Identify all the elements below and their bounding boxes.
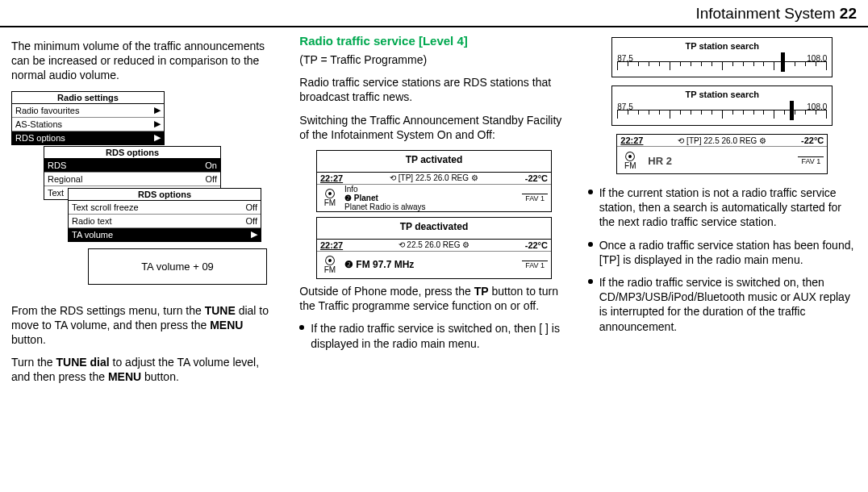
status-time: 22:27 xyxy=(320,240,343,250)
switch-heading: Switching the Traffic Announcement Stand… xyxy=(299,113,568,142)
menu-row-label: TA volume xyxy=(72,230,113,240)
menu-row-selected: RDS On xyxy=(44,159,220,173)
search-title: TP station search xyxy=(617,90,827,99)
menu-row-label: Text xyxy=(48,188,64,198)
menu-row: Regional Off xyxy=(44,173,220,186)
display-title: TP deactivated xyxy=(317,218,551,239)
band-label: FM xyxy=(624,161,636,170)
intro-paragraph: The minimum volume of the traffic announ… xyxy=(11,39,280,83)
band-label: FM xyxy=(324,198,336,207)
page-header: Infotainment System 22 xyxy=(0,0,868,27)
instruction-2: Turn the TUNE dial to adjust the TA volu… xyxy=(11,355,280,384)
status-temp: -22°C xyxy=(801,136,824,145)
menu-row-label: RDS xyxy=(48,161,66,170)
band-label: FM xyxy=(324,265,336,274)
favourite-label: FAV 1 xyxy=(522,261,548,269)
status-temp: -22°C xyxy=(525,240,548,250)
display-statusbar: 22:27 ⟲ [TP] 22.5 26.0 REG ⚙ -22°C xyxy=(617,135,827,146)
frequency-label: ❷ FM 97.7 MHz xyxy=(344,259,414,270)
display-title: TP activated xyxy=(317,151,551,172)
station-name: ❷ Planet xyxy=(344,194,426,202)
info-label: Info xyxy=(344,185,426,194)
menu-row-label: Regional xyxy=(48,174,82,184)
bullet: If the radio traffic service is switched… xyxy=(299,321,568,350)
column-2: Radio traffic service [Level 4] (TP = Tr… xyxy=(299,34,568,393)
menu-title: RDS options xyxy=(44,147,220,159)
outside-paragraph: Outside of Phone mode, press the TP butt… xyxy=(299,284,568,313)
tp-search-box-1: TP station search 87.5 108.0 xyxy=(611,37,833,77)
chevron-right-icon: ▶ xyxy=(154,105,161,115)
ta-volume-box: TA volume + 09 xyxy=(88,248,267,285)
status-icons: ⟲ [TP] 22.5 26.0 REG ⚙ xyxy=(390,173,478,182)
instruction-1: From the RDS settings menu, turn the TUN… xyxy=(11,303,280,348)
station-text: Planet Radio is always xyxy=(344,202,426,211)
column-1: The minimum volume of the traffic announ… xyxy=(11,34,280,393)
status-temp: -22°C xyxy=(525,173,548,183)
menu-row-selected: TA volume ▶ xyxy=(69,228,261,241)
menu-row: Radio favourites ▶ xyxy=(12,104,164,118)
station-name: HR 2 xyxy=(648,155,672,167)
bullet: Once a radio traffic service station has… xyxy=(588,238,857,267)
chevron-right-icon: ▶ xyxy=(154,119,161,129)
display-tp-activated: TP activated 22:27 ⟲ [TP] 22.5 26.0 REG … xyxy=(316,150,552,212)
menu-rds-options-2: RDS options Text scroll freeze Off Radio… xyxy=(68,188,261,242)
menu-row-value: Off xyxy=(246,216,257,226)
menu-row-value: Off xyxy=(206,174,217,184)
status-time: 22:27 xyxy=(620,136,643,145)
display-body: ⦿ FM HR 2 FAV 1 xyxy=(617,146,827,173)
menu-title: RDS options xyxy=(69,189,261,201)
tp-equals: (TP = Traffic Programme) xyxy=(299,52,568,67)
menu-radio-settings: Radio settings Radio favourites ▶ AS-Sta… xyxy=(11,91,165,145)
menu-row: AS-Stations ▶ xyxy=(12,118,164,131)
menu-row-label: Text scroll freeze xyxy=(72,202,139,212)
tp-search-box-2: TP station search 87.5 108.0 xyxy=(611,85,833,126)
bullet: If the current station is not a radio tr… xyxy=(588,186,857,230)
display-statusbar: 22:27 ⟲ [TP] 22.5 26.0 REG ⚙ -22°C xyxy=(317,172,551,184)
display-body: ⦿ FM ❷ FM 97.7 MHz FAV 1 xyxy=(317,251,551,278)
frequency-scale: 87.5 108.0 xyxy=(617,102,827,120)
ta-volume-text: TA volume + 09 xyxy=(141,261,214,273)
header-title: Infotainment System xyxy=(695,5,835,22)
search-title: TP station search xyxy=(617,41,827,51)
menu-row: Text scroll freeze Off xyxy=(69,201,261,215)
antenna-icon: ⦿ FM xyxy=(320,188,340,207)
page-number: 22 xyxy=(840,5,857,22)
menu-row-label: AS-Stations xyxy=(15,119,62,129)
antenna-icon: ⦿ FM xyxy=(320,255,340,274)
menu-row-value: Off xyxy=(246,202,257,212)
chevron-right-icon: ▶ xyxy=(154,132,161,143)
column-3: TP station search 87.5 108.0 TP station … xyxy=(588,34,857,393)
display-tp-deactivated: TP deactivated 22:27 ⟲ 22.5 26.0 REG ⚙ -… xyxy=(316,217,552,279)
chevron-right-icon: ▶ xyxy=(251,229,257,240)
menu-row-value: On xyxy=(205,161,217,170)
antenna-icon: ⦿ FM xyxy=(620,151,640,170)
section-heading: Radio traffic service [Level 4] xyxy=(299,34,568,48)
menu-row-selected: RDS options ▶ xyxy=(12,131,164,144)
menu-row-label: RDS options xyxy=(15,133,65,143)
favourite-label: FAV 1 xyxy=(798,156,824,165)
rds-desc: Radio traffic service stations are RDS s… xyxy=(299,75,568,104)
status-icons: ⟲ 22.5 26.0 REG ⚙ xyxy=(399,240,470,249)
status-time: 22:27 xyxy=(320,173,343,183)
menu-row-label: Radio text xyxy=(72,216,112,226)
status-icons: ⟲ [TP] 22.5 26.0 REG ⚙ xyxy=(678,136,766,145)
menu-screenshot-stack: Radio settings Radio favourites ▶ AS-Sta… xyxy=(11,91,280,297)
frequency-scale: 87.5 108.0 xyxy=(617,54,827,72)
display-body: ⦿ FM Info ❷ Planet Planet Radio is alway… xyxy=(317,184,551,211)
display-hr2: 22:27 ⟲ [TP] 22.5 26.0 REG ⚙ -22°C ⦿ FM … xyxy=(616,134,828,174)
favourite-label: FAV 1 xyxy=(522,194,548,202)
menu-row: Radio text Off xyxy=(69,215,261,228)
display-statusbar: 22:27 ⟲ 22.5 26.0 REG ⚙ -22°C xyxy=(317,239,551,251)
bullet: If the radio traffic service is switched… xyxy=(588,275,857,334)
menu-title: Radio settings xyxy=(12,92,164,104)
menu-row-label: Radio favourites xyxy=(15,106,80,115)
